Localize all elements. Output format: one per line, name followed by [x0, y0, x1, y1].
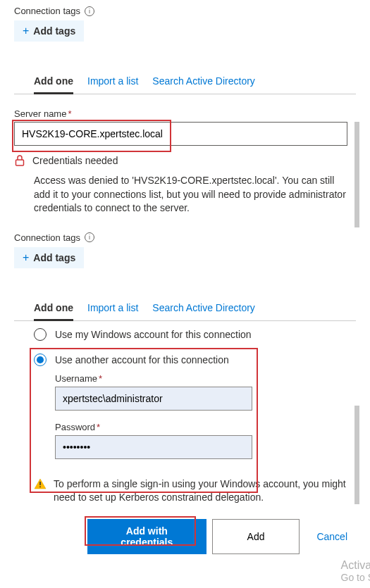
lock-icon	[14, 154, 25, 167]
tabs-add-connection-2: Add one Import a list Search Active Dire…	[14, 296, 356, 321]
tab-add-one[interactable]: Add one	[34, 70, 73, 94]
tab-search-ad-2[interactable]: Search Active Directory	[152, 296, 255, 320]
warning-icon	[34, 477, 47, 490]
svg-rect-1	[39, 482, 41, 485]
credentials-description: Access was denied to 'HVS2K19-CORE.xpert…	[34, 174, 347, 215]
radio-icon-unchecked	[34, 328, 47, 341]
tab-add-one-2[interactable]: Add one	[34, 296, 73, 321]
plus-icon: +	[23, 25, 29, 37]
username-label: Username*	[55, 373, 347, 384]
tab-import-list-2[interactable]: Import a list	[87, 296, 138, 320]
username-input[interactable]	[55, 387, 252, 411]
password-input[interactable]	[55, 435, 252, 459]
activate-windows-watermark: Activa Go to S	[341, 558, 370, 560]
info-icon[interactable]: i	[85, 6, 94, 16]
add-button[interactable]: Add	[212, 519, 300, 554]
svg-rect-2	[39, 486, 41, 487]
add-tags-button[interactable]: + Add tags	[14, 20, 84, 42]
scrollbar[interactable]	[354, 122, 359, 227]
tabs-add-connection: Add one Import a list Search Active Dire…	[14, 70, 356, 94]
kerberos-warning: To perform a single sign-in using your W…	[34, 477, 347, 505]
password-label: Password*	[55, 422, 347, 432]
add-with-credentials-button[interactable]: Add with credentials	[87, 519, 206, 554]
server-name-label: Server name*	[14, 108, 356, 119]
svg-rect-0	[16, 160, 24, 165]
add-tags-label: Add tags	[33, 25, 75, 37]
radio-use-another-account[interactable]: Use another account for this connection	[34, 354, 347, 366]
connection-tags-label: Connection tags i	[14, 6, 356, 16]
radio-use-windows-account[interactable]: Use my Windows account for this connecti…	[34, 328, 347, 341]
cancel-button[interactable]: Cancel	[305, 519, 347, 554]
connection-tags-label-2: Connection tags i	[14, 232, 356, 243]
action-button-row: Add with credentials Add Cancel	[14, 519, 347, 554]
credentials-needed-row: Credentials needed	[14, 154, 347, 167]
server-name-input[interactable]	[14, 122, 347, 146]
add-tags-button-2[interactable]: + Add tags	[14, 247, 84, 268]
add-tags-label: Add tags	[33, 252, 75, 263]
plus-icon: +	[23, 251, 29, 264]
tab-search-ad[interactable]: Search Active Directory	[152, 70, 255, 94]
info-icon[interactable]: i	[85, 232, 94, 242]
tab-import-list[interactable]: Import a list	[87, 70, 138, 94]
radio-icon-checked	[34, 354, 47, 366]
scrollbar[interactable]	[354, 406, 359, 504]
